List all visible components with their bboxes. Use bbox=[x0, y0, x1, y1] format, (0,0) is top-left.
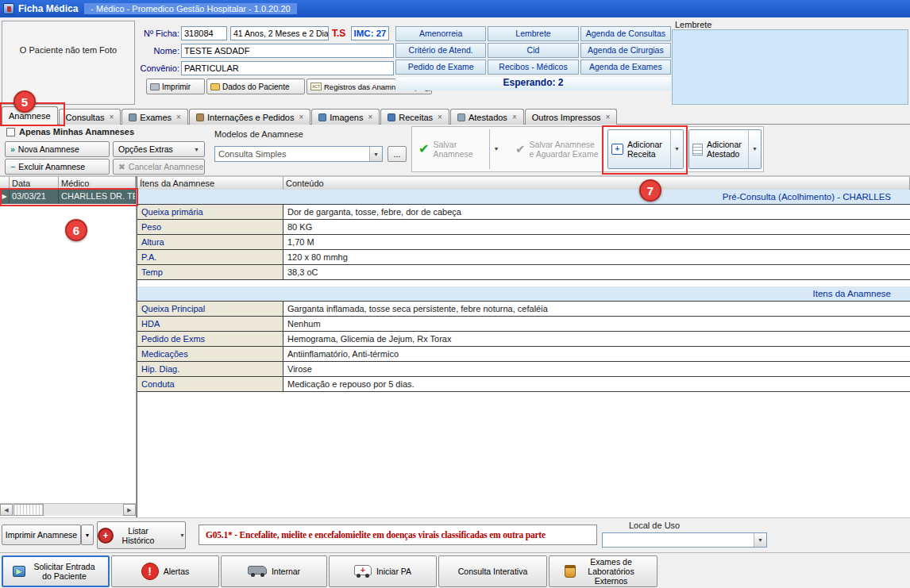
anamnese-row[interactable]: Queixa PrincipalGarganta inflamada, toss… bbox=[137, 302, 910, 317]
iniciar-pa-button[interactable]: + Iniciar PA bbox=[329, 555, 437, 587]
quick-button-grid: AmenorreiaLembreteAgenda de ConsultasCri… bbox=[395, 26, 671, 75]
anamnese-list-row-selected[interactable]: ▶ 03/03/21 CHARLLES DR. TE bbox=[0, 190, 136, 204]
section-header: Pré-Consulta (Acolhimento) - CHARLLES bbox=[137, 190, 910, 205]
chevron-down-icon[interactable]: ▼ bbox=[748, 130, 758, 168]
salvar-aguardar-button[interactable]: ✔ Salvar Anamnese e Aguardar Exame bbox=[512, 129, 604, 169]
anamnese-row[interactable]: Hip. Diag.Virose bbox=[137, 362, 910, 377]
cancelar-anamnese-button[interactable]: ✖ Cancelar Anamnese bbox=[113, 159, 205, 175]
nome-input[interactable]: TESTE ASDADF bbox=[181, 44, 394, 58]
adicionar-atestado-button[interactable]: Adicionar Atestado ▼ bbox=[688, 129, 762, 169]
quick-button[interactable]: Agenda de Cirurgias bbox=[580, 43, 671, 58]
tab-internacoes[interactable]: Internações e Pedidos× bbox=[189, 109, 310, 125]
apenas-minhas-checkbox[interactable]: Apenas Minhas Anamneses bbox=[6, 127, 134, 136]
tab-exames[interactable]: Exames× bbox=[121, 109, 188, 125]
alert-icon: ! bbox=[141, 563, 159, 580]
lembrete-notes-area[interactable] bbox=[672, 29, 908, 105]
tab-close-icon[interactable]: × bbox=[512, 113, 517, 121]
solicitar-entrada-button[interactable]: ▶ Solicitar Entrada do Paciente bbox=[2, 555, 110, 587]
anamnese-row[interactable]: P.A.120 x 80 mmhg bbox=[137, 250, 910, 265]
anamnese-row[interactable]: HDANenhum bbox=[137, 317, 910, 332]
imprimir-button[interactable]: Imprimir bbox=[146, 79, 205, 94]
tab-atestados[interactable]: Atestados× bbox=[450, 109, 524, 125]
cid-display: G05.1* - Encefalite, mielite e encefalom… bbox=[199, 525, 597, 545]
local-de-uso-label: Local de Uso bbox=[629, 521, 680, 530]
tab-close-icon[interactable]: × bbox=[299, 113, 303, 121]
anamnese-row[interactable]: Altura1,70 M bbox=[137, 235, 910, 250]
anamnese-row[interactable]: Peso80 KG bbox=[137, 220, 910, 235]
modelos-value: Consulta Simples bbox=[215, 149, 369, 159]
quick-button[interactable]: Cid bbox=[488, 43, 578, 58]
anamnese-row[interactable]: CondutaMedicação e repouso por 5 dias. bbox=[137, 377, 910, 392]
ficha-input[interactable]: 318084 bbox=[181, 26, 227, 40]
annotation-badge-7: 7 bbox=[639, 179, 661, 202]
anamnese-table-header: Ítens da Anamnese Conteúdo bbox=[137, 176, 910, 190]
tab-close-icon[interactable]: × bbox=[606, 113, 611, 121]
checkbox-icon[interactable] bbox=[6, 128, 15, 136]
anamnese-row[interactable]: Temp38,3 oC bbox=[137, 265, 910, 280]
internar-label: Internar bbox=[272, 567, 300, 576]
local-de-uso-combobox[interactable]: ▼ bbox=[602, 532, 767, 548]
quick-button[interactable]: Recibos - Médicos bbox=[488, 60, 578, 75]
window-title: Ficha Médica bbox=[18, 3, 78, 14]
tab-label: Outros Impressos bbox=[532, 113, 601, 122]
quick-button[interactable]: Agenda de Exames bbox=[580, 60, 671, 75]
adicionar-receita-button[interactable]: + Adicionar Receita ▼ bbox=[607, 129, 684, 169]
item-label-cell: Hip. Diag. bbox=[137, 362, 283, 376]
tab-close-icon[interactable]: × bbox=[368, 113, 372, 121]
scroll-right-icon[interactable]: ▶ bbox=[123, 504, 136, 516]
listar-historico-button[interactable]: + Listar Histórico ▼ bbox=[97, 521, 186, 549]
exames-lab-label: Exames de Laboratórios Externos bbox=[580, 557, 642, 586]
scroll-left-icon[interactable]: ◀ bbox=[0, 504, 13, 516]
tab-close-icon[interactable]: × bbox=[176, 113, 181, 121]
convenio-input[interactable]: PARTICULAR bbox=[181, 61, 394, 75]
annotation-badge-6: 6 bbox=[65, 219, 87, 241]
chevron-down-icon[interactable]: ▼ bbox=[489, 129, 499, 169]
tab-consultas[interactable]: Consultas× bbox=[59, 109, 121, 125]
quick-button[interactable]: Pedido de Exame bbox=[395, 60, 486, 75]
salvar-anamnese-button[interactable]: ✔ Salvar Anamnese ▼ bbox=[415, 129, 509, 169]
action-panel: ✔ Salvar Anamnese ▼ ✔ Salvar Anamnese e … bbox=[411, 126, 764, 172]
tab-close-icon[interactable]: × bbox=[110, 113, 114, 121]
conteudo-column-header[interactable]: Conteúdo bbox=[283, 176, 910, 190]
dados-label: Dados do Paciente bbox=[222, 83, 290, 91]
tab-close-icon[interactable]: × bbox=[438, 113, 442, 121]
modelos-combobox[interactable]: Consulta Simples ▼ bbox=[214, 146, 383, 162]
chevron-down-icon[interactable]: ▼ bbox=[754, 533, 766, 547]
item-column-header[interactable]: Ítens da Anamnese bbox=[137, 176, 283, 190]
exames-tab-icon bbox=[129, 113, 137, 121]
tab-outros[interactable]: Outros Impressos× bbox=[525, 109, 618, 125]
nova-anamnese-button[interactable]: » Nova Anamnese bbox=[5, 141, 110, 157]
horizontal-scrollbar[interactable]: ◀ ▶ bbox=[0, 503, 136, 516]
alertas-button[interactable]: ! Alertas bbox=[111, 555, 219, 587]
opcoes-extras-button[interactable]: Opções Extras ▼ bbox=[113, 141, 205, 157]
chevron-down-icon[interactable]: ▼ bbox=[369, 147, 382, 161]
anamnese-row[interactable]: Pedido de ExmsHemograma, Glicemia de Jej… bbox=[137, 332, 910, 347]
tab-imagens[interactable]: Imagens× bbox=[311, 109, 380, 125]
imprimir-anamnese-dropdown[interactable]: ▼ bbox=[81, 525, 94, 545]
quick-button[interactable]: Agenda de Consultas bbox=[580, 26, 671, 41]
item-label-cell: Peso bbox=[137, 220, 283, 234]
dados-paciente-button[interactable]: Dados do Paciente bbox=[206, 79, 305, 94]
scroll-thumb[interactable] bbox=[13, 504, 44, 516]
imprimir-anamnese-button[interactable]: Imprimir Anamnese bbox=[2, 525, 81, 545]
quick-button[interactable]: Critério de Atend. bbox=[395, 43, 486, 58]
chevron-down-icon[interactable]: ▼ bbox=[179, 532, 185, 538]
convenio-label: Convênio: bbox=[127, 63, 179, 73]
action-bar: ▶ Solicitar Entrada do Paciente ! Alerta… bbox=[0, 552, 910, 588]
tab-receitas[interactable]: Receitas× bbox=[380, 109, 449, 125]
consulta-interativa-button[interactable]: Consulta Interativa bbox=[438, 555, 547, 587]
excluir-anamnese-button[interactable]: − Excluir Anamnese bbox=[5, 159, 110, 175]
modelos-more-button[interactable]: ... bbox=[388, 146, 407, 162]
internar-button[interactable]: Internar bbox=[221, 555, 327, 587]
age-field: 41 Anos, 2 Meses e 2 Dias bbox=[230, 26, 329, 40]
quick-button[interactable]: Lembrete bbox=[488, 26, 578, 41]
data-column-header[interactable]: Data bbox=[10, 176, 59, 189]
medico-column-header[interactable]: Médico bbox=[59, 176, 136, 189]
anamnese-row[interactable]: MedicaçõesAntiinflamatório, Anti-térmico bbox=[137, 347, 910, 362]
exames-lab-externos-button[interactable]: Exames de Laboratórios Externos bbox=[549, 555, 657, 587]
quick-button[interactable]: Amenorreia bbox=[395, 26, 486, 41]
consulta-interativa-label: Consulta Interativa bbox=[458, 567, 528, 576]
item-label-cell: Medicações bbox=[137, 347, 283, 361]
anamnese-row[interactable]: Queixa primáriaDor de garganta, tosse, f… bbox=[137, 205, 910, 220]
chevron-down-icon[interactable]: ▼ bbox=[670, 130, 680, 168]
